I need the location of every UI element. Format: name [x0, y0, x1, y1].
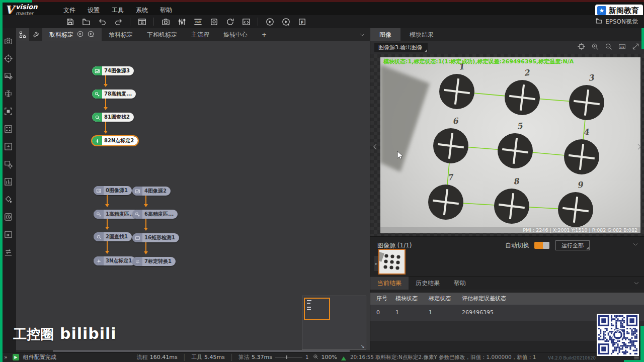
sync-icon[interactable]	[224, 16, 235, 27]
var-icon[interactable]: VAR	[192, 16, 203, 27]
one-one-icon[interactable]: 1:1	[618, 42, 626, 52]
flow-tab-+[interactable]: +	[255, 28, 274, 41]
run-once-icon[interactable]	[76, 30, 84, 39]
fit-icon[interactable]	[577, 42, 586, 52]
node-label: 0图像源1	[106, 187, 128, 194]
sliders-icon[interactable]	[176, 16, 187, 27]
calibration-photo: 123456789 模块状态:1,标定状态:1(1:标定成功),标定误差:269…	[380, 57, 640, 233]
record-frame-left	[0, 0, 3, 362]
io-icon[interactable]	[208, 16, 219, 27]
sidebar-roi-icon[interactable]	[3, 88, 14, 99]
zoom-level: 1	[305, 354, 308, 360]
zoom-out-icon[interactable]	[604, 42, 613, 52]
menu-系统[interactable]: 系统	[136, 6, 148, 15]
flow-tab-旋转中心[interactable]: 旋转中心	[216, 28, 255, 41]
result-tab-帮助[interactable]: 帮助	[447, 277, 473, 290]
minimap-resize-handle[interactable]: ↘	[360, 343, 365, 349]
menu-设置[interactable]: 设置	[88, 6, 100, 15]
flow-node-0图像源1[interactable]: 0图像源1	[94, 186, 132, 195]
flow-view-button[interactable]	[16, 28, 29, 41]
module-status-overlay: 模块状态:1,标定状态:1(1:标定成功),标定误差:269496395,标定温…	[383, 58, 574, 65]
camera-icon[interactable]	[160, 16, 171, 27]
next-image-chevron[interactable]	[635, 143, 643, 152]
run-icon[interactable]	[264, 16, 275, 27]
logo-line1: vision	[16, 3, 37, 11]
sidebar-focus-icon[interactable]	[3, 106, 14, 117]
folder-open-icon	[595, 17, 603, 26]
ready-message: 组件配置完成	[23, 353, 56, 361]
flow-tab-bar: 取料标定放料标定下相机标定主流程旋转中心+	[16, 28, 370, 41]
result-collapse-chevron[interactable]	[633, 280, 640, 288]
sidebar-plus-minus-icon[interactable]: ±	[3, 141, 14, 152]
panel-tab-模块结果[interactable]: 模块结果	[400, 28, 443, 41]
flow-node-6高精度匹...[interactable]: 6高精度匹...	[132, 210, 178, 219]
sidebar-target-icon[interactable]	[3, 53, 14, 64]
minimap-viewport[interactable]	[304, 298, 330, 320]
sidebar-histogram-icon[interactable]	[3, 176, 14, 187]
result-tab-历史结果[interactable]: 历史结果	[409, 277, 447, 290]
menu-文件[interactable]: 文件	[63, 6, 75, 15]
flow-tab-下相机标定[interactable]: 下相机标定	[140, 28, 184, 41]
tabbar-overflow-chevron[interactable]	[359, 28, 370, 41]
tool-config-button[interactable]	[29, 28, 42, 41]
sidebar-image-gear-icon[interactable]	[3, 158, 14, 169]
f-block-icon[interactable]: F	[296, 16, 307, 27]
run-all-button[interactable]: 运行全部	[555, 240, 590, 250]
hmatch-node-icon	[132, 210, 142, 219]
window-lock-icon[interactable]	[136, 16, 147, 27]
image-thumbnail[interactable]	[379, 250, 405, 274]
flow-canvas[interactable]: ↘ 74图像源378高精度...81圆查找282N点标定20图像源11高精度匹.…	[16, 41, 370, 350]
run-continuous-icon[interactable]	[87, 30, 95, 39]
code-icon[interactable]	[240, 16, 252, 27]
minimap[interactable]: ↘	[302, 296, 366, 350]
sidebar-transfer-icon[interactable]	[3, 246, 14, 257]
sidebar-camera-icon[interactable]	[3, 35, 14, 46]
sidebar-if-icon[interactable]: IF	[3, 229, 14, 240]
sidebar-clock-icon[interactable]	[3, 211, 14, 222]
zoom-in-icon[interactable]	[591, 42, 599, 52]
flow-connector-arrow	[107, 195, 108, 207]
open-icon[interactable]	[80, 16, 92, 27]
expand-icon[interactable]	[631, 42, 640, 52]
metric-工具: 工具5.45ms	[191, 353, 225, 361]
sidebar-image-edit-icon[interactable]	[3, 70, 14, 81]
flow-node-2圆查找1[interactable]: 2圆查找1	[94, 232, 132, 241]
flow-node-74图像源3[interactable]: 74图像源3	[92, 66, 134, 75]
flow-node-82N点标定2[interactable]: 82N点标定2	[92, 136, 138, 145]
status-ok-icon	[341, 354, 346, 360]
col-header: 评估标定误差状态	[462, 293, 537, 305]
flow-node-4图像源2[interactable]: 4图像源2	[132, 187, 171, 196]
flow-node-78高精度...[interactable]: 78高精度...	[92, 89, 136, 99]
undo-icon[interactable]	[97, 16, 108, 27]
flow-tab-主流程[interactable]: 主流程	[184, 28, 216, 41]
svg-text:±: ±	[6, 144, 10, 149]
sidebar-match-icon[interactable]	[3, 123, 14, 134]
prev-image-chevron[interactable]	[371, 143, 379, 152]
redo-icon[interactable]	[113, 16, 124, 27]
run-loop-icon[interactable]	[280, 16, 291, 27]
result-tab-当前结果[interactable]: 当前结果	[370, 277, 409, 290]
status-bar: » ▶ 组件配置完成 流程160.41ms│工具5.45ms│算法5.37ms …	[0, 352, 644, 362]
thumbnail-strip-handle[interactable]: ▸	[374, 256, 378, 271]
panel-tab-图像[interactable]: 图像	[370, 28, 400, 41]
save-icon[interactable]	[64, 16, 75, 27]
flow-tab-放料标定[interactable]: 放料标定	[102, 28, 140, 41]
collapse-chevron[interactable]	[632, 241, 639, 249]
bilibili-watermark: 工控圈 bilibili	[13, 325, 117, 343]
sidebar-fill-icon[interactable]	[3, 194, 14, 205]
flow-connector-arrow	[107, 219, 108, 229]
image-viewport[interactable]: 123456789 模块状态:1,标定状态:1(1:标定成功),标定误差:269…	[370, 54, 644, 236]
image-source-dropdown[interactable]: 图像源3.输出图像	[374, 43, 428, 52]
flow-node-7标定转换1[interactable]: 7标定转换1	[132, 257, 176, 266]
flow-node-81圆查找2[interactable]: 81圆查找2	[92, 113, 134, 122]
menu-工具[interactable]: 工具	[112, 6, 124, 15]
epson-vision-link[interactable]: EPSON视觉	[595, 17, 638, 26]
statusbar-expander[interactable]: »	[4, 354, 8, 360]
rectdetect-node-icon	[132, 233, 142, 242]
flow-node-3N点标定1[interactable]: 3N点标定1	[94, 256, 136, 265]
flow-tab-取料标定[interactable]: 取料标定	[42, 28, 102, 41]
auto-switch-toggle[interactable]	[534, 242, 549, 249]
flow-node-16矩形检测1[interactable]: 16矩形检测1	[132, 233, 179, 242]
zoom-slider[interactable]	[275, 357, 302, 357]
menu-帮助[interactable]: 帮助	[160, 6, 172, 15]
